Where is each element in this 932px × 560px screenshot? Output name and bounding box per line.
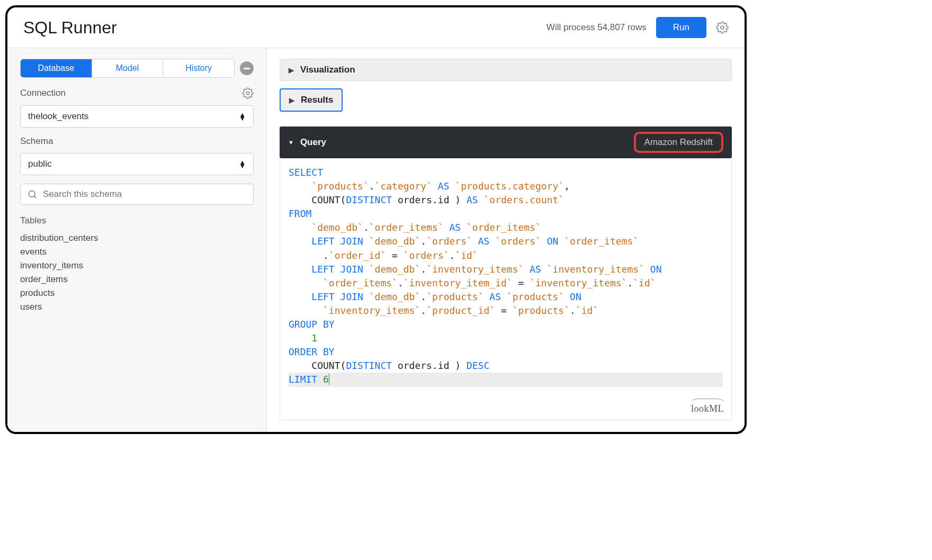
connection-label: Connection <box>20 88 66 98</box>
chevron-down-icon: ▼ <box>288 139 294 146</box>
row-count-status: Will process 54,807 rows <box>546 22 647 33</box>
visualization-label: Visualization <box>300 65 355 75</box>
search-icon <box>27 189 38 200</box>
query-panel-header[interactable]: ▼ Query Amazon Redshift <box>280 127 732 158</box>
search-input[interactable] <box>43 189 247 200</box>
app-window: SQL Runner Will process 54,807 rows Run … <box>5 5 747 434</box>
results-label: Results <box>301 95 333 105</box>
connection-value: thelook_events <box>28 111 88 122</box>
table-item[interactable]: users <box>20 300 254 314</box>
results-panel-row: ▶ Results <box>280 88 732 119</box>
sort-arrows-icon: ▲▼ <box>239 113 246 120</box>
sort-arrows-icon: ▲▼ <box>239 160 246 168</box>
results-panel-header[interactable]: ▶ Results <box>280 88 343 112</box>
sidebar: Database Model History Connection theloo… <box>7 48 267 432</box>
svg-point-1 <box>246 92 249 95</box>
collapse-icon[interactable] <box>240 61 254 75</box>
header: SQL Runner Will process 54,807 rows Run <box>7 7 745 48</box>
sidebar-tabs: Database Model History <box>20 59 235 78</box>
run-button[interactable]: Run <box>656 17 706 38</box>
table-item[interactable]: inventory_items <box>20 259 254 273</box>
body: Database Model History Connection theloo… <box>7 48 745 432</box>
svg-line-3 <box>34 196 37 198</box>
page-title: SQL Runner <box>23 18 117 38</box>
svg-point-2 <box>29 191 35 197</box>
sql-editor[interactable]: SELECT `products`.`category` AS `product… <box>280 158 732 420</box>
tables-list: distribution_centers events inventory_it… <box>20 231 254 314</box>
chevron-right-icon: ▶ <box>289 66 294 74</box>
header-right: Will process 54,807 rows Run <box>546 17 729 38</box>
table-item[interactable]: products <box>20 286 254 300</box>
sidebar-tab-row: Database Model History <box>20 59 254 78</box>
db-engine-badge: Amazon Redshift <box>634 132 723 153</box>
main: ▶ Visualization ▶ Results ▼ Query Amazon… <box>267 48 745 432</box>
schema-value: public <box>28 159 51 169</box>
visualization-panel-header[interactable]: ▶ Visualization <box>280 59 732 81</box>
lookml-logo[interactable]: lookML <box>691 402 724 416</box>
schema-search[interactable] <box>20 184 254 205</box>
svg-point-0 <box>721 26 724 29</box>
tab-history[interactable]: History <box>163 59 234 77</box>
text-caret <box>329 374 329 385</box>
table-item[interactable]: distribution_centers <box>20 231 254 245</box>
gear-icon[interactable] <box>716 21 729 34</box>
connection-section-header: Connection <box>20 87 254 99</box>
connection-select[interactable]: thelook_events ▲▼ <box>20 105 254 128</box>
tab-model[interactable]: Model <box>92 59 164 77</box>
tab-database[interactable]: Database <box>21 59 92 77</box>
schema-select[interactable]: public ▲▼ <box>20 153 254 175</box>
gear-icon[interactable] <box>242 87 254 99</box>
table-item[interactable]: order_items <box>20 273 254 286</box>
chevron-right-icon: ▶ <box>289 96 294 104</box>
tables-label: Tables <box>20 215 254 226</box>
query-label: Query <box>300 137 326 148</box>
schema-label: Schema <box>20 136 254 147</box>
table-item[interactable]: events <box>20 245 254 259</box>
